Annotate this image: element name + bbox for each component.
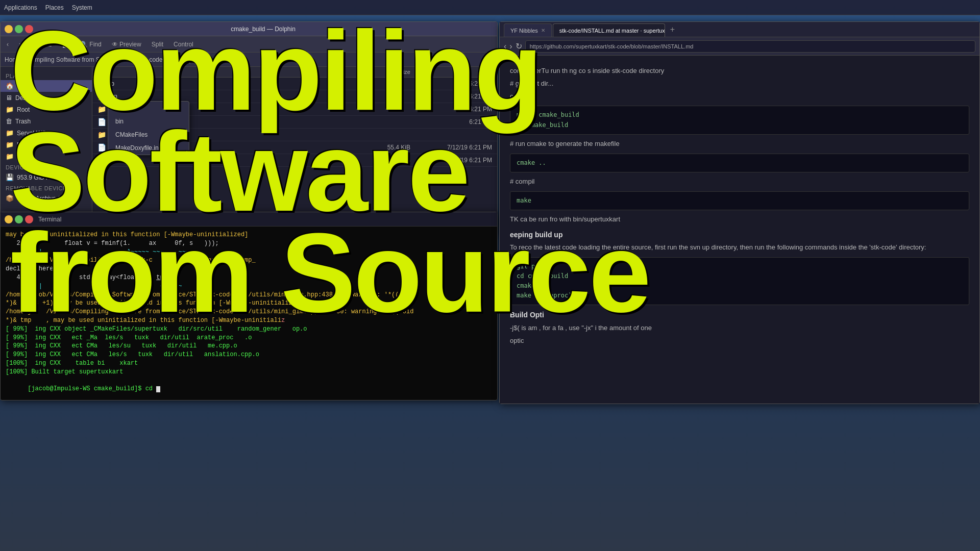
forward-button[interactable]: › [16,40,24,49]
file-date: 7/12/19 6:21 PM [410,144,492,151]
sidebar-serval-ws-label: Serval-WS [17,130,46,137]
browser-back-button[interactable]: ‹ [504,42,506,51]
taskbar-applications[interactable]: Applications [0,4,41,11]
browser-forward-button[interactable]: › [509,42,512,51]
terminal-line: *)& tmp , may be used uninitialized in t… [6,316,492,325]
dolphin-title: cmake_build — Dolphin [33,26,493,33]
tab-nibbles-label: YF Nibbles [510,28,538,34]
context-menu-item[interactable]: CMakeFiles [108,128,189,141]
file-name: .b [109,80,359,87]
context-menu-item[interactable]: .b [108,102,189,115]
close-button[interactable] [25,25,33,33]
breadcrumb-compiling[interactable]: Compiling Software from Source [27,56,115,63]
terminal-line: *)& tmp_3 +1)' may be used uninitialized… [6,299,492,308]
sidebar-trash-label: Trash [15,118,31,125]
back-button[interactable]: ‹ [4,40,12,49]
browser-comment: # run cmake to generate the makefile [510,139,969,149]
tab-install-label: stk-code/INSTALL.md at master · supertux… [559,28,665,34]
breadcrumb-stk-code[interactable]: stk-code [139,56,162,63]
terminal-line: declared here [6,265,492,273]
breadcrumb-stk[interactable]: STK [121,56,133,63]
sidebar-item-trash[interactable]: 🗑 Trash [1,115,92,127]
terminal-prompt-line: [jacob@Impulse-WS cmake_build]$ cd [6,377,492,400]
terminal-body[interactable]: may be used uninitialized in this functi… [1,227,497,400]
breadcrumb-home[interactable]: Home [5,56,21,63]
browser-tab-nibbles[interactable]: YF Nibbles ✕ [504,23,552,37]
maximize-button[interactable] [15,25,23,33]
places-header: Places [1,71,92,80]
terminal-line: | ^~~~~~ ~~~ ~~~~~~ [6,248,492,257]
folder-icon: 📁 [97,131,106,139]
view-icons-button[interactable]: ⊞ [28,40,39,49]
browser-refresh-button[interactable]: ↻ [516,41,522,51]
browser-para: cd s [510,91,969,102]
destiny-icon: 📁 [6,141,14,148]
sidebar-item-serval-archive[interactable]: 📦 Serval Archive 1 [1,192,92,204]
terminal-prompt: [jacob@Impulse-WS cmake_build]$ cd [28,385,156,392]
dolphin-body: Places 🏠 Home 🖥 Desktop 📁 Root 🗑 Trash 📁… [1,67,497,224]
browser-para: TK ca be run fro with bin/supertuxkart [510,214,969,225]
browser-build-options-text: -j$( is am , for a fa , use "-jx" i the … [510,323,969,334]
desktop-icon: 🖥 [6,94,12,102]
context-menu-item[interactable]: MakeDoxyfile.in [108,141,189,155]
file-size: 494.3 KiB [359,157,410,164]
browser-content[interactable]: comp uperTu run th ng co s inside stk-co… [500,56,979,404]
sidebar-item-harddrive[interactable]: 💾 953.9 GiB Hard Drive [1,171,92,183]
table-row[interactable]: 📄 Makefile 494.3 KiB 7/19 6:21 PM [92,154,497,167]
minimize-button[interactable] [5,25,13,33]
terminal-window: Terminal may be used uninitialized in th… [0,212,498,400]
sidebar-root-label: Root [17,106,30,113]
archive-icon: 📦 [6,194,14,202]
control-button[interactable]: Control [170,40,197,49]
file-date: 6:21 PM [410,93,492,100]
terminal-titlebar: Terminal [1,212,497,227]
harddrive-icon: 💾 [6,173,14,181]
taskbar-places[interactable]: Places [41,4,68,11]
browser-tabs: YF Nibbles ✕ stk-code/INSTALL.md at mast… [500,22,979,37]
taskbar-system[interactable]: System [68,4,96,11]
terminal-line: may be used uninitialized in this functi… [6,231,492,239]
terminal-window-controls [5,215,33,223]
table-row[interactable]: 📁 .b 6:21 PM [92,78,497,90]
split-button[interactable]: Split [149,40,166,49]
browser-tab-install[interactable]: stk-code/INSTALL.md at master · supertux… [553,23,665,37]
sidebar-item-serval-ws[interactable]: 📁 Serval-WS [1,127,92,139]
terminal-minimize-button[interactable] [5,215,13,223]
file-icon: 📄 [97,118,106,126]
dolphin-sidebar: Places 🏠 Home 🖥 Desktop 📁 Root 🗑 Trash 📁… [1,67,92,224]
tab-nibbles-close[interactable]: ✕ [541,28,545,33]
sidebar-destiny-label: Destiny [17,141,37,148]
sidebar-eli-label: Eli [17,153,23,160]
taskbar: Applications Places System [0,0,980,15]
code-block: make [510,191,969,210]
view-split-button[interactable]: ⬜ [59,40,73,49]
terminal-line: [ 99%] ing CXX ect CMa les/s tuxk dir/ut… [6,350,492,359]
col-name-header[interactable]: Name [97,69,359,75]
dolphin-toolbar: ‹ › ⊞ ☰ ⬜ 🔍 Find 👁 Preview Split Control [1,36,497,53]
file-icon: 📄 [97,156,106,164]
sidebar-item-home[interactable]: 🏠 Home [1,80,92,92]
dolphin-window: cmake_build — Dolphin ‹ › ⊞ ☰ ⬜ 🔍 Find 👁… [0,21,498,236]
sidebar-item-root[interactable]: 📁 Root [1,104,92,115]
terminal-line: /home/jacob/Videos/Compiling Software fr… [6,291,492,299]
col-size-header[interactable]: Size [359,69,410,75]
breadcrumb: Home › Compiling Software from Source › … [1,53,497,67]
new-tab-button[interactable]: + [666,25,679,34]
terminal-line: [ 99%] ing CXX object _CMakeFiles/supert… [6,325,492,334]
preview-button[interactable]: 👁 Preview [109,40,144,49]
browser-para: comp uperTu run th ng co s inside stk-co… [510,66,969,77]
terminal-line: /home/jacob/Videos/Compili from stk-c sr… [6,256,492,265]
view-list-button[interactable]: ☰ [43,40,55,49]
url-bar[interactable]: https://github.com/supertuxkart/stk-code… [525,40,975,53]
context-menu-item[interactable]: bin [108,115,189,128]
find-button[interactable]: 🔍 Find [77,40,105,49]
col-date-header[interactable]: Date [410,69,492,75]
file-name: Makefile [109,157,359,164]
breadcrumb-cmake-build[interactable]: cmake_build [168,56,203,63]
sidebar-item-desktop[interactable]: 🖥 Desktop [1,92,92,104]
terminal-line: [100%] ing CXX table bi xkart [6,359,492,368]
sidebar-item-destiny[interactable]: 📁 Destiny [1,139,92,151]
terminal-close-button[interactable] [25,215,33,223]
sidebar-item-eli[interactable]: 📁 Eli [1,151,92,162]
terminal-maximize-button[interactable] [15,215,23,223]
